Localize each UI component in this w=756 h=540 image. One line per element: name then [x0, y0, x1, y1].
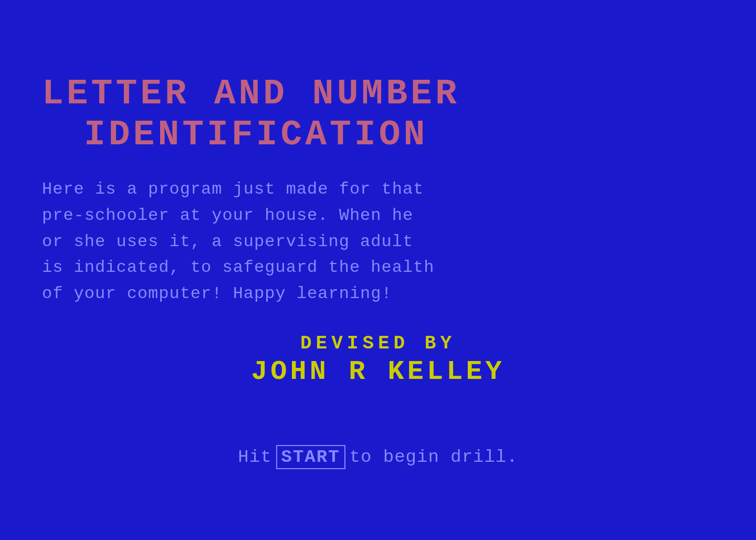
description-line2: pre-schooler at your house. When he: [42, 206, 413, 225]
description-line1: Here is a program just made for that: [42, 179, 424, 199]
description-text: Here is a program just made for that pre…: [42, 176, 435, 306]
credits-block: DEVISED BY JOHN R KELLEY: [42, 333, 714, 387]
description-line5: of your computer! Happy learning!: [42, 284, 392, 303]
devised-label: DEVISED BY: [300, 333, 456, 354]
description-line3: or she uses it, a supervising adult: [42, 232, 413, 251]
description-line4: is indicated, to safeguard the health: [42, 258, 435, 277]
title-block: LETTER AND NUMBER IDENTIFICATION: [42, 73, 714, 155]
title-line-2: IDENTIFICATION: [42, 114, 714, 155]
title-line-1: LETTER AND NUMBER: [42, 73, 714, 114]
start-badge[interactable]: START: [276, 445, 345, 469]
main-screen: LETTER AND NUMBER IDENTIFICATION Here is…: [0, 0, 756, 540]
footer-line: Hit START to begin drill.: [42, 445, 714, 469]
hit-label: Hit: [238, 447, 271, 467]
begin-label: to begin drill.: [350, 447, 518, 467]
author-name: JOHN R KELLEY: [251, 356, 505, 387]
